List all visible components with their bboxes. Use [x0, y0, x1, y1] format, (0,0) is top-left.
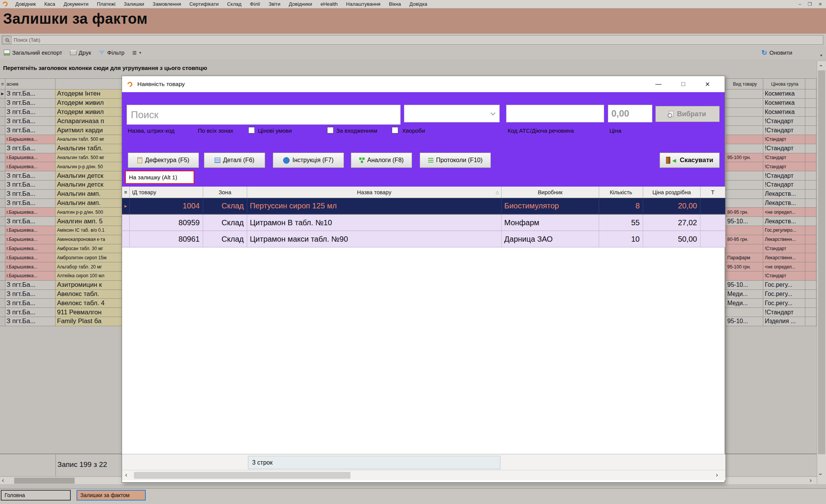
table-row[interactable]: г.Барышевка...Анальгин табл. 500 мг: [0, 135, 122, 144]
table-row-right[interactable]: Меди...Гос.регу...: [726, 290, 817, 299]
by-entry-checkbox[interactable]: [327, 127, 334, 133]
action-button[interactable]: Протоколи (F10): [420, 153, 491, 168]
scroll-down-icon[interactable]: ›: [818, 473, 824, 475]
table-row-right[interactable]: !Стандарт: [726, 144, 817, 153]
action-button[interactable]: Дефектура (F5): [128, 153, 199, 168]
dialog-restore-button[interactable]: □: [681, 81, 685, 88]
column-header[interactable]: Назва товару△: [247, 187, 502, 198]
scroll-left-icon[interactable]: ‹: [125, 472, 127, 478]
atc-code-input[interactable]: [506, 105, 604, 122]
view-options-button[interactable]: ≣ ▾: [128, 46, 145, 59]
column-header[interactable]: Зона: [203, 187, 247, 198]
table-row-right[interactable]: Гос.регулиро...: [726, 226, 817, 235]
table-row[interactable]: З пгт.Ба...Аспарагиназа п: [0, 117, 122, 126]
table-row-right[interactable]: ПарафармЛекарственн...: [726, 253, 817, 262]
scroll-right-icon[interactable]: ›: [810, 477, 812, 483]
table-row-right[interactable]: 95-100 грн.!Стандарт: [726, 153, 817, 163]
dialog-table-row[interactable]: ▸1004СкладПертуссин сироп 125 млБиостиму…: [122, 198, 725, 215]
action-button[interactable]: Аналоги (F8): [351, 153, 412, 168]
table-row-right[interactable]: !Стандарт: [726, 308, 817, 317]
minimize-button[interactable]: –: [798, 2, 801, 7]
vertical-scroll-thumb[interactable]: [818, 70, 825, 454]
table-row-right[interactable]: 95-10...Лекарств...: [726, 217, 817, 226]
taskbar-tab-home[interactable]: Головна: [1, 490, 71, 501]
table-row[interactable]: З пгт.Ба...Анальгин детск: [0, 171, 122, 180]
column-header[interactable]: Ціна роздрібна: [643, 187, 701, 198]
table-row[interactable]: З пгт.Ба...Аритмил карди: [0, 126, 122, 135]
dialog-titlebar[interactable]: Наявність товару —□✕: [122, 76, 725, 92]
refresh-button[interactable]: ↻ Оновити: [758, 46, 796, 59]
restore-button[interactable]: ❐: [808, 2, 812, 7]
column-header[interactable]: ІД товару: [130, 187, 203, 198]
table-row-right[interactable]: !Стандарт: [726, 244, 817, 254]
table-row-right[interactable]: !Стандарт: [726, 117, 817, 126]
table-row[interactable]: З пгт.Ба...Анальгин детск: [0, 180, 122, 190]
dialog-scroll-thumb[interactable]: [134, 472, 350, 479]
menu-item[interactable]: Довідка: [405, 1, 432, 7]
table-row-right[interactable]: 80-95 грн.<не определ...: [726, 208, 817, 217]
dialog-table-row[interactable]: 80959СкладЦитрамон В табл. №10Монфарм552…: [122, 215, 725, 231]
table-row[interactable]: З пгт.Ба...Атодерм живил: [0, 108, 122, 117]
dialog-minimize-button[interactable]: —: [655, 81, 661, 88]
table-row[interactable]: З пгт.Ба...Авелокс табл.: [0, 290, 122, 299]
horizontal-scroll-thumb[interactable]: [14, 478, 75, 484]
taskbar-tab-stock[interactable]: Залишки за фактом: [77, 490, 146, 501]
select-button[interactable]: Вибрати: [655, 106, 720, 122]
table-row-right[interactable]: 95-100 грн.<не определ...: [726, 262, 817, 272]
cancel-button[interactable]: ◄ Скасувати: [660, 153, 720, 168]
table-row-right[interactable]: Косметика: [726, 99, 817, 108]
print-button[interactable]: Друк: [66, 46, 95, 59]
table-row-right[interactable]: !Стандарт: [726, 162, 817, 171]
export-button[interactable]: Загальний експорт: [0, 46, 66, 59]
table-row[interactable]: З пгт.Ба...Азитромицин к: [0, 281, 122, 290]
menu-item[interactable]: Довідники: [285, 1, 316, 7]
table-row[interactable]: З пгт.Ба...Анальгин табл.: [0, 144, 122, 153]
diseases-checkbox[interactable]: [392, 127, 398, 133]
close-button[interactable]: ✕: [818, 2, 822, 7]
dialog-search-input[interactable]: Поиск: [127, 105, 401, 125]
column-header[interactable]: Виробник: [502, 187, 599, 198]
stock-table-header-right[interactable]: Вид товару Цінова група: [726, 79, 817, 89]
table-row-right[interactable]: Косметика: [726, 108, 817, 117]
menu-item[interactable]: Платежі: [93, 1, 119, 7]
table-row[interactable]: г.Барышевка...Аналгин р-р д/ин. 500: [0, 208, 122, 217]
table-row[interactable]: г.Барышевка...Амбросан табл. 30 мг: [0, 244, 122, 254]
refresh-caret-icon[interactable]: ▾: [820, 53, 822, 57]
scroll-left-icon[interactable]: ‹: [2, 477, 4, 483]
table-row-right[interactable]: Меди...Гос.регу...: [726, 299, 817, 308]
dialog-horizontal-scrollbar[interactable]: ‹ ›: [122, 470, 725, 480]
table-row[interactable]: г.Барышевка...Альтабор табл. 20 мг: [0, 262, 122, 272]
table-row[interactable]: З пгт.Ба...Аналгин амп. 5: [0, 217, 122, 226]
menu-item[interactable]: Документи: [59, 1, 93, 7]
scroll-right-icon[interactable]: ›: [716, 472, 718, 478]
table-row[interactable]: ▶З пгт.Ба...Атодерм Інтен: [0, 89, 122, 99]
menu-item[interactable]: eHealth: [316, 1, 342, 7]
zone-combobox[interactable]: [404, 105, 500, 122]
search-icon[interactable]: [2, 36, 11, 44]
menu-item[interactable]: Залишки: [120, 1, 148, 7]
menu-item[interactable]: Налаштування: [342, 1, 385, 7]
table-row[interactable]: г.Барышевка...Аминокапроновая к-та: [0, 235, 122, 244]
table-row[interactable]: г.Барышевка...Амбролитин сироп 15м: [0, 253, 122, 262]
table-row-right[interactable]: !Стандарт: [726, 135, 817, 144]
price-input[interactable]: 0,00: [608, 105, 652, 122]
menu-item[interactable]: Довідник: [11, 1, 40, 7]
dialog-close-button[interactable]: ✕: [705, 81, 710, 88]
table-row-right[interactable]: Косметика: [726, 89, 817, 99]
table-row-right[interactable]: 95-10...Гос.регу...: [726, 281, 817, 290]
owner-column-header[interactable]: асник: [5, 79, 55, 89]
menu-item[interactable]: Замовлення: [148, 1, 185, 7]
table-row-right[interactable]: Лекарств...: [726, 190, 817, 199]
column-header[interactable]: Кількість: [599, 187, 643, 198]
price-group-column-header[interactable]: Цінова група: [763, 79, 805, 89]
table-row[interactable]: З пгт.Ба...Авелокс табл. 4: [0, 299, 122, 308]
table-row[interactable]: г.Барышевка...Аміксин ІС таб. в/о 0.1: [0, 226, 122, 235]
table-row-right[interactable]: !Стандарт: [726, 126, 817, 135]
table-row[interactable]: З пгт.Ба...Анальгин амп.: [0, 199, 122, 208]
search-input[interactable]: Поиск (Tab): [2, 35, 823, 45]
table-row-right[interactable]: Лекарств...: [726, 199, 817, 208]
table-row-right[interactable]: !Стандарт: [726, 180, 817, 190]
scroll-up-icon[interactable]: ›: [818, 65, 824, 67]
table-row[interactable]: г.Барышевка...Анальгин табл. 500 мг: [0, 153, 122, 163]
dialog-table-row[interactable]: 80961СкладЦитрамон макси табл. №90Дарниц…: [122, 231, 725, 247]
